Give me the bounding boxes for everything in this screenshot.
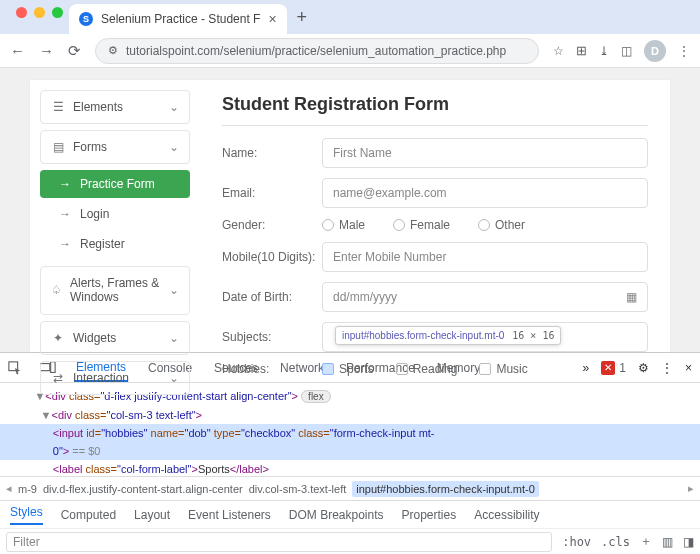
form-panel: Student Registration Form Name: First Na…	[200, 80, 670, 352]
download-icon[interactable]: ⤓	[599, 44, 609, 58]
breadcrumb-next-icon[interactable]: ▸	[688, 482, 694, 495]
reload-button[interactable]: ⟳	[68, 42, 81, 60]
row-gender: Gender: Male Female Other	[222, 218, 648, 232]
site-info-icon[interactable]: ⚙	[108, 44, 118, 57]
toolbar-right: ☆ ⊞ ⤓ ◫ D ⋮	[553, 40, 690, 62]
sidebar-item-label: Interaction	[73, 371, 129, 385]
new-style-rule-icon[interactable]: ＋	[640, 533, 652, 550]
interaction-icon: ⇄	[51, 371, 65, 385]
label-dob: Date of Birth:	[222, 290, 322, 304]
sidebar-item-forms[interactable]: ▤ Forms ⌄	[40, 130, 190, 164]
row-mobile: Mobile(10 Digits): Enter Mobile Number	[222, 242, 648, 272]
breadcrumb-item-selected[interactable]: input#hobbies.form-check-input.mt-0	[352, 481, 539, 497]
sidebar-item-label: Alerts, Frames & Windows	[70, 276, 161, 305]
dom-line[interactable]: <label class="col-form-label">Sports</la…	[0, 460, 700, 476]
window-controls	[10, 7, 69, 28]
sidebar: ☰ Elements ⌄ ▤ Forms ⌄ → Practice Form →…	[30, 80, 200, 352]
styles-tab-properties[interactable]: Properties	[402, 508, 457, 522]
close-devtools-icon[interactable]: ×	[685, 361, 692, 375]
radio-other[interactable]: Other	[478, 218, 525, 232]
checkbox-icon	[396, 363, 408, 375]
sidebar-sub-practice-form[interactable]: → Practice Form	[40, 170, 190, 198]
sidebar-sub-register[interactable]: → Register	[40, 230, 190, 258]
cls-toggle[interactable]: .cls	[601, 535, 630, 549]
radio-female[interactable]: Female	[393, 218, 450, 232]
minimize-window-icon[interactable]	[34, 7, 45, 18]
inspect-tooltip: input#hobbies.form-check-input.mt-0 16 ×…	[335, 326, 561, 345]
input-dob[interactable]: dd/mm/yyyy ▦	[322, 282, 648, 312]
dom-line-selected[interactable]: <input id="hobbies" name="dob" type="che…	[0, 424, 700, 442]
row-dob: Date of Birth: dd/mm/yyyy ▦	[222, 282, 648, 312]
close-tab-icon[interactable]: ×	[268, 11, 276, 27]
arrow-right-icon: →	[58, 207, 72, 221]
breadcrumb-item[interactable]: div.d-flex.justify-content-start.align-c…	[43, 483, 243, 495]
label-mobile: Mobile(10 Digits):	[222, 250, 322, 264]
back-button[interactable]: ←	[10, 42, 25, 59]
address-bar[interactable]: ⚙ tutorialspoint.com/selenium/practice/s…	[95, 38, 539, 64]
close-window-icon[interactable]	[16, 7, 27, 18]
checkbox-reading[interactable]: Reading	[396, 362, 458, 376]
forward-button[interactable]: →	[39, 42, 54, 59]
hov-toggle[interactable]: :hov	[562, 535, 591, 549]
widget-icon: ✦	[51, 331, 65, 345]
toggle-panel-icon[interactable]: ◨	[683, 535, 694, 549]
maximize-window-icon[interactable]	[52, 7, 63, 18]
input-mobile[interactable]: Enter Mobile Number	[322, 242, 648, 272]
styles-tab-dom-breakpoints[interactable]: DOM Breakpoints	[289, 508, 384, 522]
browser-tabstrip: S Selenium Practice - Student F × +	[0, 0, 700, 34]
sidebar-item-label: Elements	[73, 100, 123, 114]
styles-tab-styles[interactable]: Styles	[10, 505, 43, 525]
breadcrumb-item[interactable]: div.col-sm-3.text-left	[249, 483, 347, 495]
panel-icon[interactable]: ◫	[621, 44, 632, 58]
devtools-menu-icon[interactable]: ⋮	[661, 361, 673, 375]
form-title: Student Registration Form	[222, 94, 648, 126]
chevron-down-icon: ⌄	[169, 140, 179, 154]
sidebar-sub-label: Register	[80, 237, 125, 251]
checkbox-music[interactable]: Music	[479, 362, 527, 376]
flex-badge[interactable]: flex	[301, 390, 331, 403]
input-email[interactable]: name@example.com	[322, 178, 648, 208]
radio-icon	[322, 219, 334, 231]
inspect-element-icon[interactable]	[8, 361, 22, 375]
radio-male[interactable]: Male	[322, 218, 365, 232]
sidebar-item-interaction[interactable]: ⇄ Interaction ⌄	[40, 361, 190, 395]
row-hobbies: Hobbies: Sports Reading Music	[222, 362, 648, 376]
arrow-right-icon: →	[58, 237, 72, 251]
menu-icon[interactable]: ⋮	[678, 44, 690, 58]
sidebar-sub-login[interactable]: → Login	[40, 200, 190, 228]
new-tab-button[interactable]: +	[287, 7, 318, 34]
label-name: Name:	[222, 146, 322, 160]
checkbox-sports[interactable]: Sports	[322, 362, 374, 376]
styles-tab-accessibility[interactable]: Accessibility	[474, 508, 539, 522]
dom-line[interactable]: ▼<div class="col-sm-3 text-left">	[0, 406, 700, 424]
calendar-icon[interactable]: ▦	[626, 290, 637, 304]
row-name: Name: First Name	[222, 138, 648, 168]
styles-filter-input[interactable]: Filter	[6, 532, 552, 552]
sidebar-item-widgets[interactable]: ✦ Widgets ⌄	[40, 321, 190, 355]
dom-tree[interactable]: ▼<div class="d-flex justify-content-star…	[0, 383, 700, 476]
checkbox-icon	[479, 363, 491, 375]
list-icon: ☰	[51, 100, 65, 114]
sidebar-item-alerts[interactable]: ♤ Alerts, Frames & Windows ⌄	[40, 266, 190, 315]
breadcrumb-prev-icon[interactable]: ◂	[6, 482, 12, 495]
bookmark-icon[interactable]: ☆	[553, 44, 564, 58]
chevron-down-icon: ⌄	[169, 371, 179, 385]
computed-panel-icon[interactable]: ▥	[662, 535, 673, 549]
dom-line-selected[interactable]: 0"> == $0	[0, 442, 700, 460]
row-email: Email: name@example.com	[222, 178, 648, 208]
profile-avatar[interactable]: D	[644, 40, 666, 62]
styles-tab-computed[interactable]: Computed	[61, 508, 116, 522]
sidebar-sub-label: Practice Form	[80, 177, 155, 191]
styles-tab-event-listeners[interactable]: Event Listeners	[188, 508, 271, 522]
extensions-icon[interactable]: ⊞	[576, 43, 587, 58]
sidebar-item-elements[interactable]: ☰ Elements ⌄	[40, 90, 190, 124]
sidebar-item-label: Widgets	[73, 331, 116, 345]
tab-title: Selenium Practice - Student F	[101, 12, 260, 26]
input-first-name[interactable]: First Name	[322, 138, 648, 168]
checkbox-icon	[322, 363, 334, 375]
tooltip-selector: input#hobbies.form-check-input.mt-0	[342, 330, 504, 341]
browser-tab[interactable]: S Selenium Practice - Student F ×	[69, 4, 287, 34]
breadcrumb-item[interactable]: m-9	[18, 483, 37, 495]
styles-tab-layout[interactable]: Layout	[134, 508, 170, 522]
dom-breadcrumb: ◂ m-9 div.d-flex.justify-content-start.a…	[0, 476, 700, 500]
